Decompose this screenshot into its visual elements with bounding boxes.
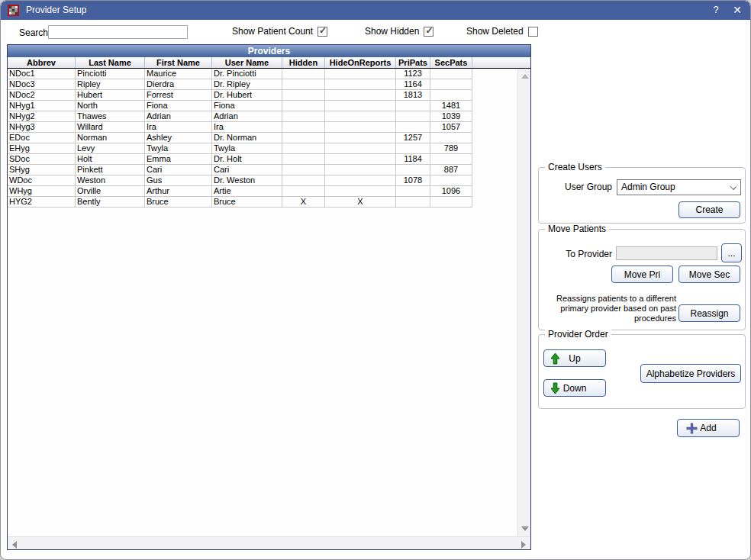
up-button-label: Up <box>569 353 580 364</box>
window-title: Provider Setup <box>26 5 86 15</box>
arrow-down-icon <box>550 382 560 394</box>
app-logo-icon <box>8 5 19 16</box>
cell: Orville <box>76 186 145 197</box>
checkbox-box[interactable] <box>528 27 538 37</box>
user-group-dropdown[interactable]: Admin Group <box>617 179 741 195</box>
cell: North <box>76 101 145 111</box>
column-header-hideonreports[interactable]: HideOnReports <box>325 57 396 68</box>
cell: Ira <box>145 122 212 133</box>
table-row[interactable]: NDoc3RipleyDierdraDr. Ripley1164 <box>8 79 517 90</box>
cell: Dr. Weston <box>212 175 282 186</box>
cell: Fiona <box>145 101 212 111</box>
browse-provider-button[interactable]: ... <box>721 243 742 262</box>
move-up-button[interactable]: Up <box>543 349 606 367</box>
scroll-up-icon[interactable] <box>521 74 529 79</box>
cell: 1039 <box>430 111 472 122</box>
alphabetize-providers-button[interactable]: Alphabetize Providers <box>640 364 741 383</box>
show-deleted-label: Show Deleted <box>466 26 524 37</box>
cell <box>282 133 325 143</box>
cell <box>282 90 325 101</box>
column-header-abbrev[interactable]: Abbrev <box>8 57 76 68</box>
search-label: Search <box>19 27 48 38</box>
create-users-title: Create Users <box>545 162 605 172</box>
user-group-label: User Group <box>539 182 612 192</box>
column-header-pripats[interactable]: PriPats <box>396 57 430 68</box>
cell: Forrest <box>145 90 212 101</box>
scroll-down-icon[interactable] <box>521 526 529 531</box>
scroll-left-icon[interactable] <box>12 541 17 549</box>
scroll-right-icon[interactable] <box>521 541 526 549</box>
cell: 1257 <box>396 133 430 143</box>
table-row[interactable]: NHyg3WillardIraIra1057 <box>8 122 517 133</box>
close-button[interactable]: ✕ <box>729 3 746 17</box>
reassign-description: Reassigns patients to a different primar… <box>545 294 676 323</box>
table-row[interactable]: NHyg1NorthFionaFiona1481 <box>8 101 517 111</box>
checkbox-box[interactable] <box>424 27 434 37</box>
table-row[interactable]: WDocWestonGusDr. Weston1078 <box>8 175 517 186</box>
table-row[interactable]: NHyg2ThawesAdrianAdrian1039 <box>8 111 517 122</box>
cell: Weston <box>76 175 145 186</box>
to-provider-input[interactable] <box>616 246 717 260</box>
table-row[interactable]: EDocNormanAshleyDr. Norman1257 <box>8 133 517 143</box>
vertical-scrollbar[interactable] <box>517 69 530 536</box>
provider-order-title: Provider Order <box>545 329 611 340</box>
move-pri-button[interactable]: Move Pri <box>611 266 673 283</box>
create-users-group: Create Users User Group Admin Group Crea… <box>538 167 746 224</box>
browse-button-label: ... <box>727 248 735 259</box>
move-sec-button[interactable]: Move Sec <box>678 266 740 283</box>
cell: 887 <box>430 165 472 175</box>
cell: 1184 <box>396 154 430 165</box>
cell <box>325 111 396 122</box>
provider-order-group: Provider Order Up Down Alphabetize Provi… <box>538 334 746 409</box>
arrow-up-icon <box>550 352 560 365</box>
cell <box>325 175 396 186</box>
cell: 1096 <box>430 186 472 197</box>
column-header-user-name[interactable]: User Name <box>212 57 282 68</box>
column-header-last-name[interactable]: Last Name <box>76 57 145 68</box>
search-input[interactable] <box>48 25 188 39</box>
cell: Cari <box>145 165 212 175</box>
cell: HYG2 <box>8 197 76 208</box>
create-button[interactable]: Create <box>678 201 740 218</box>
cell <box>282 143 325 154</box>
table-row[interactable]: SHygPinkettCariCari887 <box>8 165 517 175</box>
cell <box>430 90 472 101</box>
column-header-hidden[interactable]: Hidden <box>282 57 325 68</box>
cell: Bruce <box>212 197 282 208</box>
cell: EDoc <box>8 133 76 143</box>
table-row[interactable]: NDoc1PinciottiMauriceDr. Pinciotti1123 <box>8 69 517 79</box>
table-row[interactable]: WHygOrvilleArthurArtie1096 <box>8 186 517 197</box>
show-patient-count-checkbox[interactable]: Show Patient Count <box>232 26 327 37</box>
move-down-button[interactable]: Down <box>543 379 606 397</box>
show-hidden-checkbox[interactable]: Show Hidden <box>365 26 434 37</box>
help-button[interactable]: ? <box>707 3 724 17</box>
table-row[interactable]: NDoc2HubertForrestDr. Hubert1813 <box>8 90 517 101</box>
checkbox-box[interactable] <box>317 27 327 37</box>
cell: Twyla <box>145 143 212 154</box>
table-row[interactable]: HYG2BentlyBruceBruceXX <box>8 197 517 208</box>
table-row[interactable]: SDocHoltEmmaDr. Holt1184 <box>8 154 517 165</box>
cell: NHyg2 <box>8 111 76 122</box>
cell: Fiona <box>212 101 282 111</box>
cell <box>396 165 430 175</box>
cell <box>430 133 472 143</box>
horizontal-scrollbar[interactable] <box>8 536 530 549</box>
add-provider-button[interactable]: Add <box>677 419 740 437</box>
move-patients-group: Move Patients To Provider ... Move Pri M… <box>538 229 746 330</box>
cell: X <box>282 197 325 208</box>
cell: Twyla <box>212 143 282 154</box>
show-deleted-checkbox[interactable]: Show Deleted <box>466 26 538 37</box>
cell: Pinkett <box>76 165 145 175</box>
cell <box>430 197 472 208</box>
column-header-first-name[interactable]: First Name <box>145 57 212 68</box>
cell: 1813 <box>396 90 430 101</box>
reassign-button[interactable]: Reassign <box>678 304 740 322</box>
cell: NDoc3 <box>8 79 76 90</box>
chevron-down-icon <box>730 183 736 190</box>
cell <box>282 79 325 90</box>
column-header-secpats[interactable]: SecPats <box>430 57 472 68</box>
table-row[interactable]: EHygLevyTwylaTwyla789 <box>8 143 517 154</box>
cell: Maurice <box>145 69 212 79</box>
cell <box>396 101 430 111</box>
cell <box>325 154 396 165</box>
